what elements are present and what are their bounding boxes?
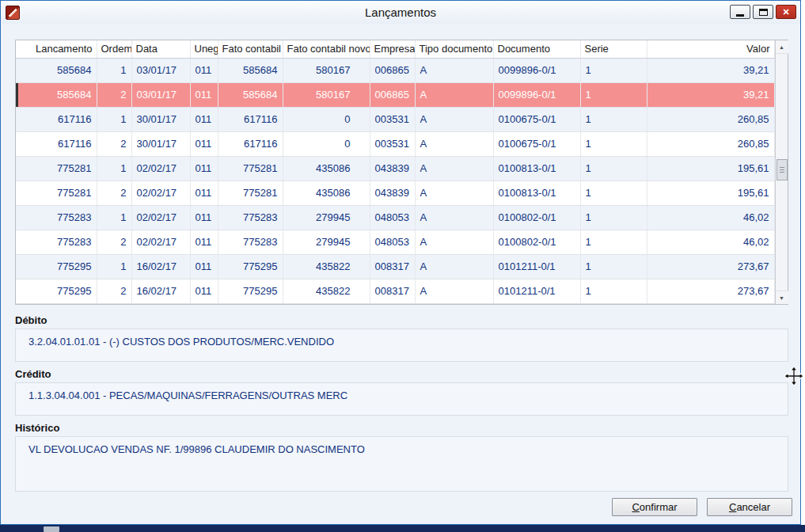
cell-valor[interactable]: 195,61 <box>647 156 774 180</box>
cell-uneg[interactable]: 011 <box>190 82 218 107</box>
cell-serie[interactable]: 1 <box>580 254 647 279</box>
column-header-valor[interactable]: Valor <box>647 40 774 58</box>
cell-documento[interactable]: 0101211-0/1 <box>493 254 580 279</box>
cell-ordem[interactable]: 1 <box>97 254 131 279</box>
cell-valor[interactable]: 195,61 <box>647 180 774 205</box>
cell-documento[interactable]: 0100802-0/1 <box>493 230 580 254</box>
cell-data[interactable]: 02/02/17 <box>131 230 190 254</box>
cell-serie[interactable]: 1 <box>580 205 647 230</box>
cell-fato_contabil_novo[interactable]: 435086 <box>283 156 370 180</box>
cell-serie[interactable]: 1 <box>580 279 647 303</box>
cell-ordem[interactable]: 1 <box>97 107 131 131</box>
cell-serie[interactable]: 1 <box>580 156 647 180</box>
cell-documento[interactable]: 0100802-0/1 <box>493 205 580 230</box>
cell-uneg[interactable]: 011 <box>190 107 218 131</box>
table-row[interactable]: 775281102/02/17011775281435086043839A010… <box>16 156 774 180</box>
cell-lancamento[interactable]: 775281 <box>16 180 97 205</box>
cell-lancamento[interactable]: 585684 <box>16 58 97 82</box>
scroll-up-icon[interactable]: ▲ <box>776 40 788 54</box>
cell-fato_contabil_novo[interactable]: 0 <box>283 131 370 156</box>
cell-fato_contabil_novo[interactable]: 435086 <box>283 180 370 205</box>
cell-ordem[interactable]: 2 <box>97 82 131 107</box>
column-header-serie[interactable]: Serie <box>580 40 647 58</box>
cell-ordem[interactable]: 1 <box>97 156 131 180</box>
cell-tipo_documento[interactable]: A <box>415 205 493 230</box>
cell-empresa[interactable]: 006865 <box>370 82 415 107</box>
column-header-lancamento[interactable]: Lancamento <box>16 40 97 58</box>
cell-lancamento[interactable]: 775281 <box>16 156 97 180</box>
scrollbar-thumb[interactable] <box>777 159 788 180</box>
cell-serie[interactable]: 1 <box>580 180 647 205</box>
cell-tipo_documento[interactable]: A <box>415 131 493 156</box>
cell-empresa[interactable]: 006865 <box>370 58 415 82</box>
cell-empresa[interactable]: 048053 <box>370 205 415 230</box>
cell-ordem[interactable]: 2 <box>97 180 131 205</box>
titlebar[interactable]: Lançamentos ✕ <box>1 1 800 24</box>
cell-valor[interactable]: 39,21 <box>647 82 774 107</box>
cell-ordem[interactable]: 1 <box>97 58 131 82</box>
cell-fato_contabil[interactable]: 617116 <box>218 131 283 156</box>
cell-valor[interactable]: 273,67 <box>647 279 774 303</box>
cell-uneg[interactable]: 011 <box>190 180 218 205</box>
cell-fato_contabil_novo[interactable]: 0 <box>283 107 370 131</box>
table-row[interactable]: 775281202/02/17011775281435086043839A010… <box>16 180 774 205</box>
column-header-ordem[interactable]: Ordem <box>97 40 131 58</box>
cell-data[interactable]: 02/02/17 <box>131 156 190 180</box>
cell-fato_contabil_novo[interactable]: 435822 <box>283 279 370 303</box>
cell-fato_contabil_novo[interactable]: 580167 <box>283 58 370 82</box>
taskbar-item[interactable] <box>44 526 59 532</box>
cell-documento[interactable]: 0099896-0/1 <box>493 58 580 82</box>
cell-fato_contabil[interactable]: 617116 <box>218 107 283 131</box>
cell-ordem[interactable]: 2 <box>97 131 131 156</box>
cell-uneg[interactable]: 011 <box>190 131 218 156</box>
cell-fato_contabil[interactable]: 775281 <box>218 156 283 180</box>
cell-data[interactable]: 02/02/17 <box>131 205 190 230</box>
scroll-down-icon[interactable]: ▼ <box>776 291 788 304</box>
cell-uneg[interactable]: 011 <box>190 254 218 279</box>
cell-uneg[interactable]: 011 <box>190 205 218 230</box>
cell-tipo_documento[interactable]: A <box>415 254 493 279</box>
cell-tipo_documento[interactable]: A <box>415 180 493 205</box>
cell-ordem[interactable]: 2 <box>97 279 131 303</box>
column-header-data[interactable]: Data <box>131 40 190 58</box>
cell-lancamento[interactable]: 585684 <box>16 82 97 107</box>
cell-fato_contabil_novo[interactable]: 279945 <box>283 230 370 254</box>
maximize-button[interactable] <box>753 5 773 19</box>
cell-uneg[interactable]: 011 <box>190 230 218 254</box>
cell-fato_contabil_novo[interactable]: 279945 <box>283 205 370 230</box>
cell-fato_contabil_novo[interactable]: 435822 <box>283 254 370 279</box>
table-row[interactable]: 775295216/02/17011775295435822008317A010… <box>16 279 774 303</box>
table-row[interactable]: 775295116/02/17011775295435822008317A010… <box>16 254 774 279</box>
cell-uneg[interactable]: 011 <box>190 279 218 303</box>
table-row[interactable]: 585684203/01/17011585684580167006865A009… <box>16 82 774 107</box>
cell-tipo_documento[interactable]: A <box>415 230 493 254</box>
cell-lancamento[interactable]: 775295 <box>16 279 97 303</box>
cell-fato_contabil[interactable]: 585684 <box>218 82 283 107</box>
cell-tipo_documento[interactable]: A <box>415 156 493 180</box>
cell-valor[interactable]: 39,21 <box>647 58 774 82</box>
table-row[interactable]: 585684103/01/17011585684580167006865A009… <box>16 58 774 82</box>
table-row[interactable]: 775283102/02/17011775283279945048053A010… <box>16 205 774 230</box>
cell-valor[interactable]: 260,85 <box>647 107 774 131</box>
confirm-button[interactable]: Confirmar <box>612 498 697 516</box>
cell-data[interactable]: 03/01/17 <box>131 82 190 107</box>
cell-documento[interactable]: 0101211-0/1 <box>493 279 580 303</box>
cell-fato_contabil[interactable]: 775295 <box>218 279 283 303</box>
cell-fato_contabil[interactable]: 775283 <box>218 230 283 254</box>
cell-documento[interactable]: 0100813-0/1 <box>493 156 580 180</box>
cell-serie[interactable]: 1 <box>580 131 647 156</box>
cell-ordem[interactable]: 2 <box>97 230 131 254</box>
table-row[interactable]: 775283202/02/17011775283279945048053A010… <box>16 230 774 254</box>
cell-tipo_documento[interactable]: A <box>415 279 493 303</box>
cell-serie[interactable]: 1 <box>580 82 647 107</box>
cell-empresa[interactable]: 043839 <box>370 180 415 205</box>
cell-empresa[interactable]: 003531 <box>370 107 415 131</box>
cell-fato_contabil_novo[interactable]: 580167 <box>283 82 370 107</box>
cell-lancamento[interactable]: 617116 <box>16 131 97 156</box>
cell-data[interactable]: 30/01/17 <box>131 131 190 156</box>
cell-empresa[interactable]: 008317 <box>370 254 415 279</box>
column-header-empresa[interactable]: Empresa <box>370 40 415 58</box>
table-row[interactable]: 617116230/01/170116171160003531A0100675-… <box>16 131 774 156</box>
cell-uneg[interactable]: 011 <box>190 156 218 180</box>
cell-ordem[interactable]: 1 <box>97 205 131 230</box>
